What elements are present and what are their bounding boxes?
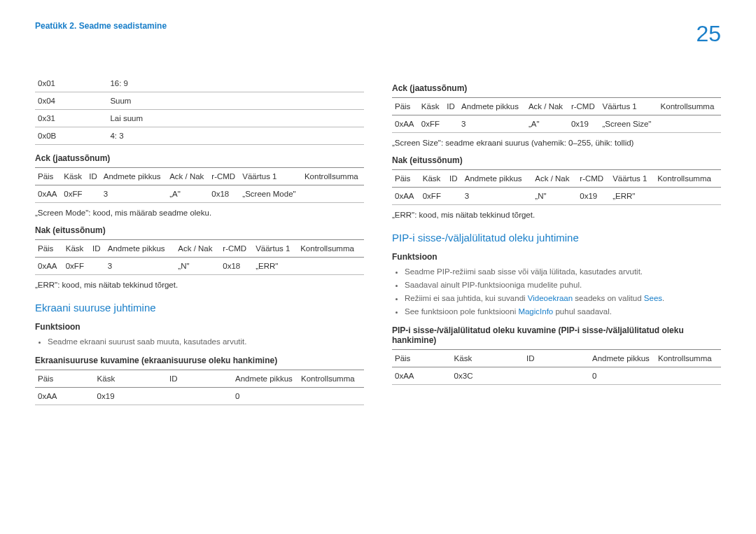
- cell: [655, 367, 721, 385]
- list-item: Saadaval ainult PIP-funktsiooniga mudeli…: [405, 279, 721, 290]
- cell: 0x19: [568, 115, 600, 133]
- cell: 3: [462, 188, 533, 205]
- cell: [444, 115, 458, 133]
- ack-note: „Screen Mode": kood, mis määrab seadme o…: [35, 209, 364, 217]
- page-number: 25: [696, 21, 721, 47]
- val-cell: Suum: [107, 92, 364, 110]
- col-header: Kontrollsumma: [654, 170, 721, 188]
- cell: 0x18: [209, 185, 239, 203]
- table-row: 0x0B4: 3: [35, 127, 364, 145]
- col-header: Väärtus 1: [253, 240, 298, 258]
- cell: „A": [167, 185, 209, 203]
- col-header: Väärtus 1: [239, 168, 302, 185]
- cell: „ERR": [610, 188, 654, 205]
- cell: [447, 188, 462, 205]
- chapter-title: Peatükk 2. Seadme seadistamine: [35, 21, 167, 31]
- col-header: Kontrollsumma: [302, 168, 364, 185]
- cell: 0x19: [94, 388, 167, 405]
- command-table: Päis Käsk ID Andmete pikkus Kontrollsumm…: [35, 370, 364, 405]
- command-table: Päis Käsk ID Andmete pikkus Kontrollsumm…: [392, 349, 721, 385]
- cell: [298, 258, 364, 275]
- col-header: ID: [447, 170, 462, 188]
- col-header: Andmete pikkus: [458, 98, 526, 115]
- highlight: Sees: [644, 294, 662, 302]
- col-header: Andmete pikkus: [105, 240, 176, 258]
- col-header: Ack / Nak: [167, 168, 209, 185]
- command-title: PIP-i sisse-/väljalülitatud oleku kuvami…: [392, 325, 721, 345]
- cell: 0x19: [577, 188, 610, 205]
- col-header: Käsk: [94, 370, 167, 388]
- cell: [167, 388, 232, 405]
- col-header: Käsk: [63, 240, 90, 258]
- ack-title: Ack (jaatussõnum): [392, 83, 721, 93]
- cell: 0xAA: [35, 258, 63, 275]
- col-header: Kontrollsumma: [655, 350, 721, 367]
- col-header: Andmete pikkus: [462, 170, 533, 188]
- function-list: Seadme ekraani suurust saab muuta, kasut…: [35, 336, 364, 347]
- function-label: Funktsioon: [35, 322, 364, 332]
- cell: 0xAA: [35, 185, 61, 203]
- nak-title: Nak (eitussõnum): [35, 225, 364, 235]
- nak-note: „ERR": kood, mis näitab tekkinud tõrget.: [35, 281, 364, 289]
- table-header-row: Päis Käsk ID Andmete pikkus Kontrollsumm…: [392, 350, 721, 367]
- cell: 3: [101, 185, 167, 203]
- table-header-row: Päis Käsk ID Andmete pikkus Kontrollsumm…: [35, 370, 364, 388]
- table-row: 0x04Suum: [35, 92, 364, 110]
- table-row: 0x31Lai suum: [35, 110, 364, 127]
- cell: 0: [589, 367, 655, 385]
- content-columns: 0x0116: 9 0x04Suum 0x31Lai suum 0x0B4: 3…: [35, 75, 721, 411]
- cell: 0xAA: [35, 388, 94, 405]
- ack-title: Ack (jaatussõnum): [35, 153, 364, 163]
- cell: „Screen Mode": [239, 185, 302, 203]
- cell: [298, 388, 364, 405]
- table-row: 0xAA 0x3C 0: [392, 367, 721, 385]
- cell: 0xAA: [392, 115, 419, 133]
- nak-table: Päis Käsk ID Andmete pikkus Ack / Nak r-…: [35, 239, 364, 275]
- highlight: MagicInfo: [518, 307, 553, 316]
- code-cell: 0x31: [35, 110, 107, 127]
- col-header: r-CMD: [220, 240, 253, 258]
- col-header: Käsk: [420, 170, 447, 188]
- cell: 0x18: [220, 258, 253, 275]
- cell: „N": [175, 258, 220, 275]
- col-header: Kontrollsumma: [658, 98, 721, 115]
- val-cell: 4: 3: [107, 127, 364, 145]
- nak-table: Päis Käsk ID Andmete pikkus Ack / Nak r-…: [392, 169, 721, 205]
- col-header: Päis: [35, 370, 94, 388]
- cell: 3: [458, 115, 526, 133]
- code-cell: 0x0B: [35, 127, 107, 145]
- col-header: Andmete pikkus: [589, 350, 655, 367]
- col-header: Väärtus 1: [610, 170, 654, 188]
- cell: 0x3C: [451, 367, 524, 385]
- val-cell: Lai suum: [107, 110, 364, 127]
- col-header: Päis: [392, 170, 420, 188]
- col-header: ID: [524, 350, 589, 367]
- table-row: 0xAA 0x19 0: [35, 388, 364, 405]
- col-header: Ack / Nak: [526, 98, 568, 115]
- cell: [86, 185, 100, 203]
- cell: „ERR": [253, 258, 298, 275]
- page-header: Peatükk 2. Seadme seadistamine 25: [35, 21, 721, 47]
- col-header: Andmete pikkus: [232, 370, 298, 388]
- section-title: Ekraani suuruse juhtimine: [35, 302, 364, 314]
- nak-title: Nak (eitussõnum): [392, 155, 721, 165]
- table-row: 0x0116: 9: [35, 75, 364, 92]
- col-header: Käsk: [419, 98, 444, 115]
- nak-note: „ERR": kood, mis näitab tekkinud tõrget.: [392, 211, 721, 219]
- cell: [302, 185, 364, 203]
- col-header: Väärtus 1: [600, 98, 658, 115]
- col-header: Käsk: [451, 350, 524, 367]
- cell: 0: [232, 388, 298, 405]
- col-header: r-CMD: [209, 168, 239, 185]
- table-row: 0xAA 0xFF 3 „A" 0x18 „Screen Mode": [35, 185, 364, 203]
- code-table: 0x0116: 9 0x04Suum 0x31Lai suum 0x0B4: 3: [35, 75, 364, 145]
- col-header: Päis: [392, 98, 419, 115]
- col-header: Ack / Nak: [175, 240, 220, 258]
- table-row: 0xAA 0xFF 3 „N" 0x19 „ERR": [392, 188, 721, 205]
- cell: 0xFF: [61, 185, 86, 203]
- table-row: 0xAA 0xFF 3 „N" 0x18 „ERR": [35, 258, 364, 275]
- table-header-row: Päis Käsk ID Andmete pikkus Ack / Nak r-…: [392, 98, 721, 115]
- list-item: See funktsioon pole funktsiooni MagicInf…: [405, 306, 721, 317]
- cell: 0xAA: [392, 367, 451, 385]
- col-header: ID: [167, 370, 232, 388]
